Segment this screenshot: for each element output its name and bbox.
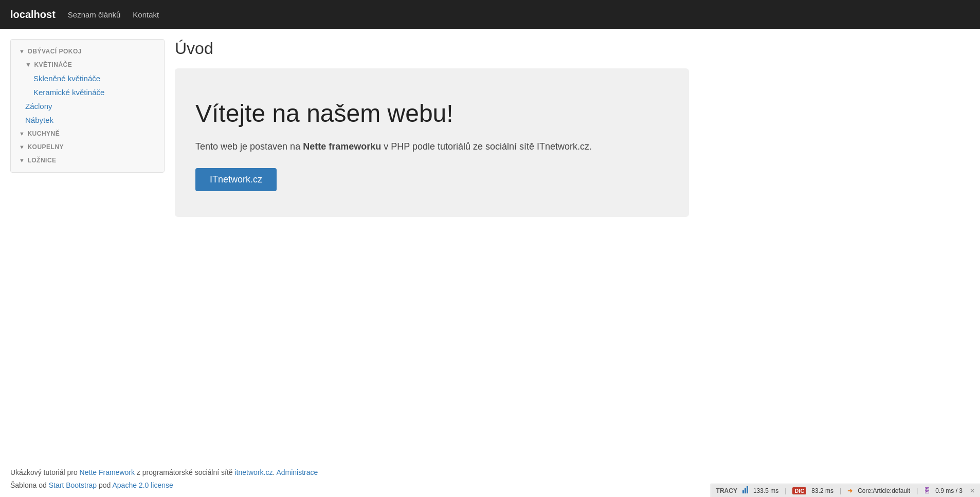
sidebar-category-label: KUCHYNĚ [27,130,60,137]
sidebar-category-kuchyne[interactable]: ▼ KUCHYNĚ [11,127,164,140]
page-body: ▼ OBÝVACÍ POKOJ ▼ KVĚTINÁČE Skleněné kvě… [0,29,980,456]
chevron-down-icon: ▼ [19,48,25,54]
footer-text2-middle: pod [97,481,112,489]
footer-link-nette[interactable]: Nette Framework [80,468,135,476]
sidebar-item-sklenene[interactable]: Skleněné květináče [11,71,164,85]
navbar-link-contact[interactable]: Kontakt [133,10,159,19]
tracy-separator: | [785,487,786,494]
footer-text1-middle: z programátorské sociální sítě [135,468,235,476]
sidebar-category-label: KOUPELNY [27,143,64,151]
sidebar-item-nabytek[interactable]: Nábytek [11,113,164,127]
tracy-db-icon: 🗄 [924,487,930,494]
sidebar-category-label: LOŽNICE [27,157,56,164]
sidebar-category-obyvaci-pokoj[interactable]: ▼ OBÝVACÍ POKOJ [11,45,164,58]
sidebar-category-koupelny[interactable]: ▼ KOUPELNY [11,140,164,154]
footer-link-apache[interactable]: Apache 2.0 license [113,481,173,489]
sidebar-subcategory-label: KVĚTINÁČE [34,61,72,68]
footer-text1-before: Ukázkový tutoriál pro [10,468,80,476]
footer-line1: Ukázkový tutoriál pro Nette Framework z … [10,466,970,479]
tracy-close-button[interactable]: ✕ [970,487,975,494]
footer-link-administrace[interactable]: Administrace [276,468,318,476]
tracy-bar: TRACY 133.5 ms | DIC 83.2 ms | ➜ Core:Ar… [711,484,980,497]
sidebar: ▼ OBÝVACÍ POKOJ ▼ KVĚTINÁČE Skleněné kvě… [10,39,165,173]
chevron-down-icon: ▼ [19,131,25,137]
tracy-bar-chart [742,486,748,493]
sidebar-subcategory-kvetinace[interactable]: ▼ KVĚTINÁČE [11,58,164,71]
chevron-down-icon: ▼ [19,157,25,163]
footer-link-startbootstrap[interactable]: Start Bootstrap [49,481,97,489]
tracy-db-time: 0.9 ms / 3 [935,487,963,494]
navbar: localhost Seznam článků Kontakt [0,0,980,29]
navbar-link-articles[interactable]: Seznam článků [68,10,121,19]
tracy-label: TRACY [716,487,737,494]
tracy-arrow-icon: ➜ [847,487,852,494]
tracy-chart-icon [742,486,748,495]
tracy-dic-label: DIC [792,487,806,494]
sidebar-category-label: OBÝVACÍ POKOJ [27,48,82,55]
page-title: Úvod [175,39,970,58]
hero-box: Vítejte na našem webu! Tento web je post… [175,68,689,217]
hero-text-before: Tento web je postaven na [195,141,303,152]
hero-text-bold: Nette frameworku [303,141,381,152]
navbar-brand[interactable]: localhost [10,9,56,21]
tracy-time2: 83.2 ms [811,487,833,494]
sidebar-category-loznice[interactable]: ▼ LOŽNICE [11,154,164,167]
tracy-route: Core:Article:default [858,487,910,494]
footer-text2-before: Šablona od [10,481,49,489]
footer-text1-end: . [273,468,275,476]
chevron-down-icon: ▼ [25,61,31,68]
sidebar-item-keramicke[interactable]: Keramické květináče [11,85,164,99]
footer-link-itnetwork[interactable]: itnetwork.cz [235,468,273,476]
tracy-separator3: | [916,487,918,494]
hero-title: Vítejte na našem webu! [195,99,668,127]
hero-text-after: v PHP podle tutoriálů ze sociální sítě I… [381,141,592,152]
sidebar-item-zaclony[interactable]: Záclony [11,99,164,113]
tracy-separator2: | [840,487,841,494]
hero-text: Tento web je postaven na Nette framework… [195,140,668,154]
hero-button[interactable]: ITnetwork.cz [195,168,277,191]
main-content: Úvod Vítejte na našem webu! Tento web je… [175,39,970,446]
chevron-down-icon: ▼ [19,144,25,150]
tracy-time1: 133.5 ms [753,487,778,494]
